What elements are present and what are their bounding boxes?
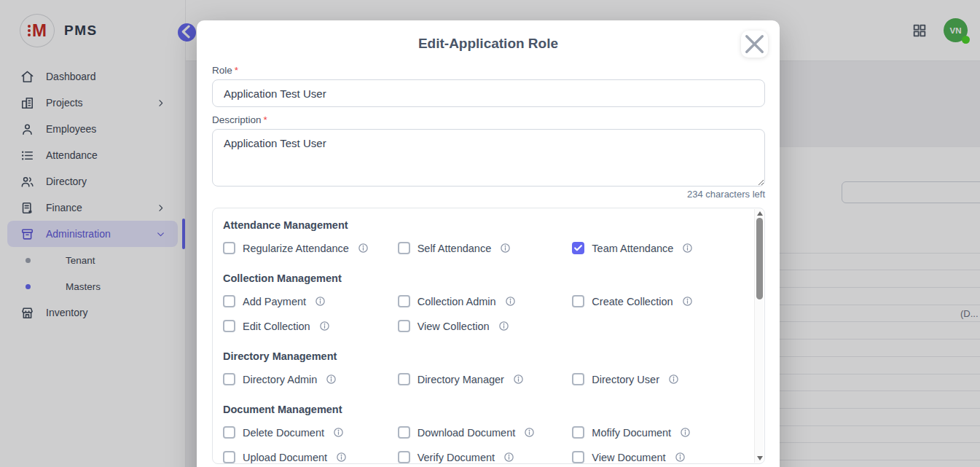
permission-grid: Directory Admin Directory Manager Direct… — [223, 373, 747, 385]
info-icon[interactable] — [333, 427, 344, 438]
permission-item: View Document — [572, 451, 747, 463]
info-icon[interactable] — [498, 321, 509, 331]
permission-label: Directory Admin — [243, 374, 317, 385]
permission-item: Regularize Attendance — [223, 242, 398, 254]
checkbox[interactable] — [223, 373, 235, 385]
characters-left-counter: 234 characters left — [687, 189, 765, 200]
permission-label: Delete Document — [243, 427, 324, 439]
permission-item: Create Collection — [572, 295, 747, 307]
checkbox[interactable] — [223, 295, 235, 307]
permission-label: Mofify Document — [592, 427, 671, 439]
permission-label: Directory Manager — [418, 374, 504, 385]
checkbox[interactable] — [572, 451, 584, 463]
role-label: Role* — [212, 65, 238, 76]
permission-label: Create Collection — [592, 296, 673, 307]
info-icon[interactable] — [682, 243, 693, 254]
info-icon[interactable] — [513, 374, 524, 385]
permission-group-title: Attendance Management — [223, 219, 747, 231]
permission-label: Verify Document — [418, 452, 495, 463]
permissions-scrollbar[interactable] — [754, 209, 764, 463]
checkbox[interactable] — [572, 295, 584, 307]
checkbox[interactable] — [398, 451, 410, 463]
info-icon[interactable] — [500, 243, 511, 254]
info-icon[interactable] — [680, 427, 691, 438]
permission-item: Verify Document — [398, 451, 573, 463]
permission-grid: Add Payment Collection Admin Create Coll… — [223, 295, 747, 332]
permission-label: Upload Document — [243, 452, 327, 463]
checkbox[interactable] — [223, 320, 235, 332]
checkbox[interactable] — [223, 242, 235, 254]
scrollbar-thumb[interactable] — [756, 218, 763, 299]
role-input[interactable] — [212, 79, 765, 107]
checkbox[interactable] — [398, 242, 410, 254]
checkbox[interactable] — [398, 373, 410, 385]
permission-label: Collection Admin — [418, 296, 496, 307]
info-icon[interactable] — [682, 296, 693, 307]
permission-item: Download Document — [398, 426, 573, 439]
info-icon[interactable] — [326, 374, 337, 385]
info-icon[interactable] — [503, 452, 514, 463]
permission-group-title: Document Management — [223, 404, 747, 415]
checkbox[interactable] — [572, 242, 584, 254]
checkbox[interactable] — [572, 426, 584, 439]
edit-application-role-modal: Edit-Application Role Role* Description*… — [197, 20, 780, 467]
permission-item: Add Payment — [223, 295, 398, 307]
scroll-up-arrow-icon[interactable] — [757, 211, 763, 216]
checkbox[interactable] — [398, 426, 410, 439]
info-icon[interactable] — [505, 296, 516, 307]
permission-grid: Delete Document Download Document Mofify… — [223, 426, 747, 463]
permission-item: Directory User — [572, 373, 747, 385]
permission-item: Team Attendance — [572, 242, 747, 254]
permission-label: Edit Collection — [243, 321, 310, 332]
permission-label: View Collection — [418, 321, 490, 332]
permission-item: Self Attendance — [398, 242, 573, 254]
info-icon[interactable] — [358, 243, 369, 254]
permission-item: View Collection — [398, 320, 573, 332]
permission-item: Collection Admin — [398, 295, 573, 307]
description-label: Description* — [212, 114, 267, 125]
permission-item: Mofify Document — [572, 426, 747, 439]
checkbox[interactable] — [223, 451, 235, 463]
checkbox[interactable] — [223, 426, 235, 439]
permission-label: Team Attendance — [592, 243, 673, 254]
info-icon[interactable] — [315, 296, 326, 307]
info-icon[interactable] — [675, 452, 686, 463]
modal-title: Edit-Application Role — [197, 36, 780, 52]
permission-label: Download Document — [418, 427, 516, 439]
permission-label: Regularize Attendance — [243, 243, 349, 254]
checkbox[interactable] — [398, 295, 410, 307]
permission-item: Directory Admin — [223, 373, 398, 385]
permissions-panel: Attendance Management Regularize Attenda… — [212, 208, 765, 464]
scroll-down-arrow-icon[interactable] — [757, 456, 763, 460]
permission-group-title: Directory Management — [223, 350, 747, 362]
permission-item: Delete Document — [223, 426, 398, 439]
info-icon[interactable] — [336, 452, 347, 463]
permission-label: Self Attendance — [418, 243, 492, 254]
info-icon[interactable] — [668, 374, 679, 385]
checkbox[interactable] — [572, 373, 584, 385]
permission-label: Directory User — [592, 374, 659, 385]
required-asterisk: * — [264, 114, 267, 125]
permission-group-title: Collection Management — [223, 272, 747, 284]
permission-item: Upload Document — [223, 451, 398, 463]
permission-item: Directory Manager — [398, 373, 573, 385]
required-asterisk: * — [235, 65, 238, 76]
permission-label: Add Payment — [243, 296, 306, 307]
permission-label: View Document — [592, 452, 665, 463]
permissions-list: Attendance Management Regularize Attenda… — [213, 208, 754, 463]
checkbox[interactable] — [398, 320, 410, 332]
info-icon[interactable] — [319, 321, 330, 331]
permission-item: Edit Collection — [223, 320, 398, 332]
permission-grid: Regularize Attendance Self Attendance Te… — [223, 242, 747, 254]
info-icon[interactable] — [524, 427, 535, 438]
description-textarea[interactable]: Application Test User — [212, 129, 765, 187]
